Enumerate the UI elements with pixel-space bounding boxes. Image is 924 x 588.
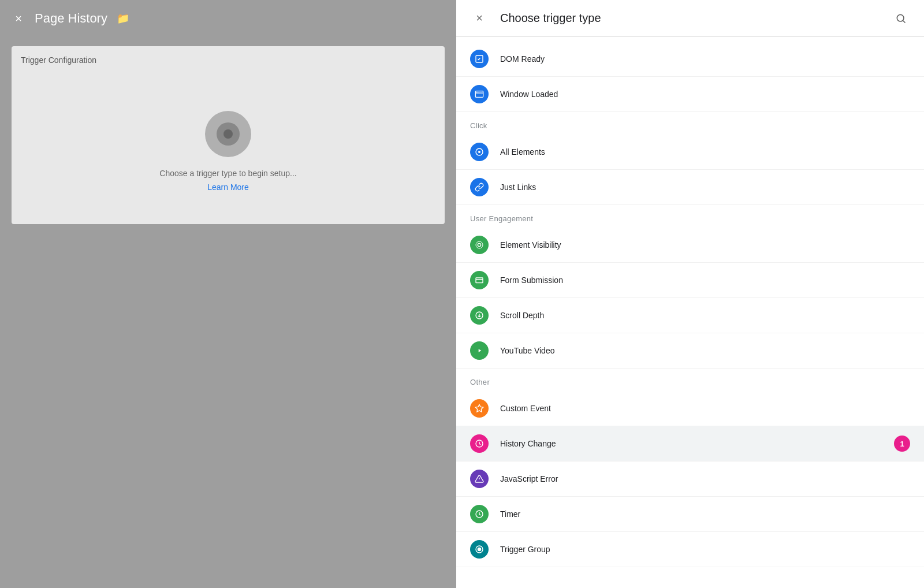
- trigger-item[interactable]: JavaScript Error: [456, 462, 924, 497]
- trigger-item[interactable]: DOM Ready: [456, 42, 924, 77]
- svg-point-5: [476, 92, 477, 92]
- trigger-icon-dot: [223, 129, 233, 139]
- trigger-item[interactable]: Just Links: [456, 170, 924, 205]
- trigger-item[interactable]: Custom Event: [456, 391, 924, 426]
- trigger-type-icon: [470, 178, 489, 196]
- learn-more-link[interactable]: Learn More: [207, 183, 249, 192]
- trigger-type-icon: [470, 236, 489, 254]
- svg-point-9: [478, 243, 480, 246]
- trigger-config-title: Trigger Configuration: [21, 55, 435, 65]
- trigger-icon-circle: [205, 111, 251, 157]
- trigger-type-icon: [470, 50, 489, 68]
- trigger-item-label: All Elements: [500, 147, 545, 157]
- trigger-config-card: Trigger Configuration Choose a trigger t…: [12, 46, 445, 224]
- trigger-item-label: History Change: [500, 439, 556, 448]
- svg-point-21: [478, 548, 480, 550]
- section-header: Click: [456, 112, 924, 135]
- section-header: User Engagement: [456, 205, 924, 228]
- right-header: × Choose trigger type: [456, 0, 924, 37]
- trigger-item-label: Timer: [500, 509, 520, 519]
- trigger-item-label: Element Visibility: [500, 240, 561, 250]
- svg-point-0: [897, 14, 904, 21]
- trigger-item-label: YouTube Video: [500, 346, 554, 355]
- trigger-item[interactable]: YouTube Video: [456, 333, 924, 369]
- trigger-item-label: JavaScript Error: [500, 474, 558, 483]
- svg-marker-14: [479, 349, 482, 352]
- svg-line-1: [903, 20, 906, 23]
- panel-title: Choose trigger type: [500, 12, 892, 25]
- svg-marker-15: [475, 404, 483, 412]
- trigger-type-icon: [470, 399, 489, 418]
- trigger-item[interactable]: Timer: [456, 497, 924, 532]
- svg-point-6: [478, 92, 478, 92]
- left-panel: × Page History 📁 Trigger Configuration C…: [0, 0, 456, 588]
- section-header: Other: [456, 369, 924, 391]
- trigger-item[interactable]: Element Visibility: [456, 228, 924, 263]
- trigger-item[interactable]: Trigger Group: [456, 532, 924, 567]
- trigger-item-label: DOM Ready: [500, 54, 545, 64]
- trigger-type-icon: [470, 341, 489, 360]
- svg-rect-11: [476, 278, 483, 283]
- trigger-item-label: Just Links: [500, 183, 536, 192]
- trigger-item[interactable]: Window Loaded: [456, 77, 924, 112]
- trigger-item[interactable]: Form Submission: [456, 263, 924, 298]
- top-bar: × Page History 📁: [0, 0, 456, 37]
- trigger-item[interactable]: Scroll Depth: [456, 298, 924, 333]
- page-title: Page History: [35, 11, 107, 26]
- trigger-type-icon: [470, 306, 489, 325]
- trigger-type-icon: [470, 271, 489, 289]
- close-right-icon[interactable]: ×: [470, 9, 489, 28]
- trigger-hint: Choose a trigger type to begin setup...: [159, 169, 296, 178]
- search-icon[interactable]: [892, 9, 910, 28]
- folder-icon: 📁: [117, 12, 129, 25]
- trigger-type-icon: [470, 470, 489, 488]
- trigger-type-icon: [470, 143, 489, 161]
- trigger-type-icon: [470, 434, 489, 453]
- trigger-icon-inner: [217, 122, 240, 146]
- trigger-item[interactable]: History Change1: [456, 426, 924, 462]
- svg-point-8: [478, 151, 480, 153]
- trigger-item-label: Window Loaded: [500, 90, 558, 99]
- trigger-item[interactable]: All Elements: [456, 135, 924, 170]
- trigger-item-label: Custom Event: [500, 404, 551, 413]
- right-panel: × Choose trigger type DOM ReadyWindow Lo…: [456, 0, 924, 588]
- trigger-list: DOM ReadyWindow LoadedClickAll ElementsJ…: [456, 37, 924, 588]
- trigger-placeholder: Choose a trigger type to begin setup... …: [21, 99, 435, 215]
- trigger-type-icon: [470, 505, 489, 523]
- svg-point-10: [476, 241, 483, 248]
- trigger-type-icon: [470, 85, 489, 103]
- trigger-type-icon: [470, 540, 489, 559]
- trigger-item-label: Trigger Group: [500, 545, 550, 554]
- history-change-badge: 1: [894, 436, 910, 452]
- trigger-item-label: Form Submission: [500, 276, 563, 285]
- trigger-item-label: Scroll Depth: [500, 311, 544, 320]
- close-left-icon[interactable]: ×: [9, 9, 28, 28]
